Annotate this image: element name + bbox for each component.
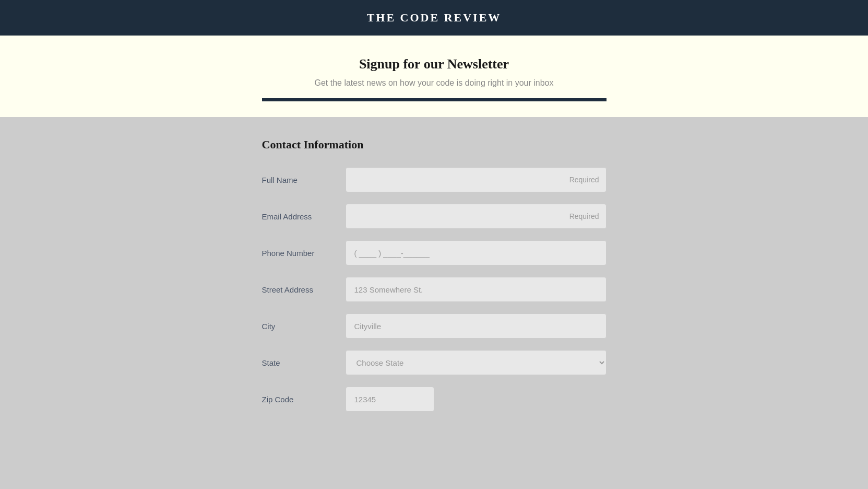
phone-label: Phone Number (262, 249, 346, 258)
hero-title: Signup for our Newsletter (359, 56, 509, 72)
full-name-row: Full Name Required (262, 167, 607, 192)
city-label: City (262, 322, 346, 331)
email-input[interactable] (346, 204, 607, 229)
email-label: Email Address (262, 212, 346, 221)
phone-input[interactable] (346, 240, 607, 265)
state-select[interactable]: Choose StateAlabamaAlaskaArizonaArkansas… (346, 350, 607, 375)
email-row: Email Address Required (262, 204, 607, 229)
section-title: Contact Information (262, 138, 607, 152)
full-name-input[interactable] (346, 167, 607, 192)
street-address-row: Street Address (262, 277, 607, 302)
state-label: State (262, 358, 346, 367)
hero-subtitle: Get the latest news on how your code is … (314, 78, 553, 88)
full-name-wrapper: Required (346, 167, 607, 192)
main-content: Contact Information Full Name Required E… (0, 117, 868, 444)
full-name-label: Full Name (262, 176, 346, 184)
zip-code-row: Zip Code (262, 387, 607, 412)
zip-code-input[interactable] (346, 387, 434, 412)
city-row: City (262, 313, 607, 339)
email-wrapper: Required (346, 204, 607, 229)
divider-bar (262, 98, 607, 101)
city-input[interactable] (346, 313, 607, 339)
state-row: State Choose StateAlabamaAlaskaArizonaAr… (262, 350, 607, 375)
site-header: THE CODE REVIEW (0, 0, 868, 36)
hero-section: Signup for our Newsletter Get the latest… (0, 36, 868, 117)
street-address-label: Street Address (262, 285, 346, 294)
street-address-input[interactable] (346, 277, 607, 302)
site-title: THE CODE REVIEW (367, 11, 502, 25)
phone-row: Phone Number (262, 240, 607, 265)
form-container: Contact Information Full Name Required E… (262, 138, 607, 423)
zip-code-label: Zip Code (262, 395, 346, 404)
